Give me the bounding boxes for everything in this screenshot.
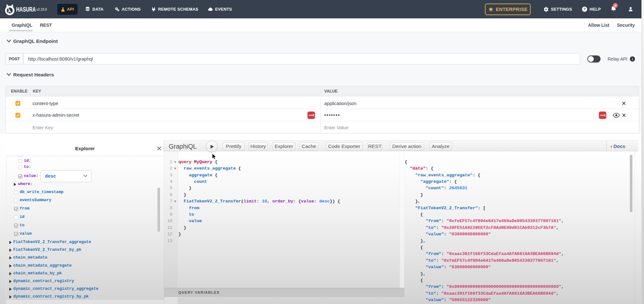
svg-text:i: i	[632, 57, 633, 61]
svg-text:?: ?	[583, 7, 586, 11]
svg-text:8: 8	[615, 4, 616, 7]
